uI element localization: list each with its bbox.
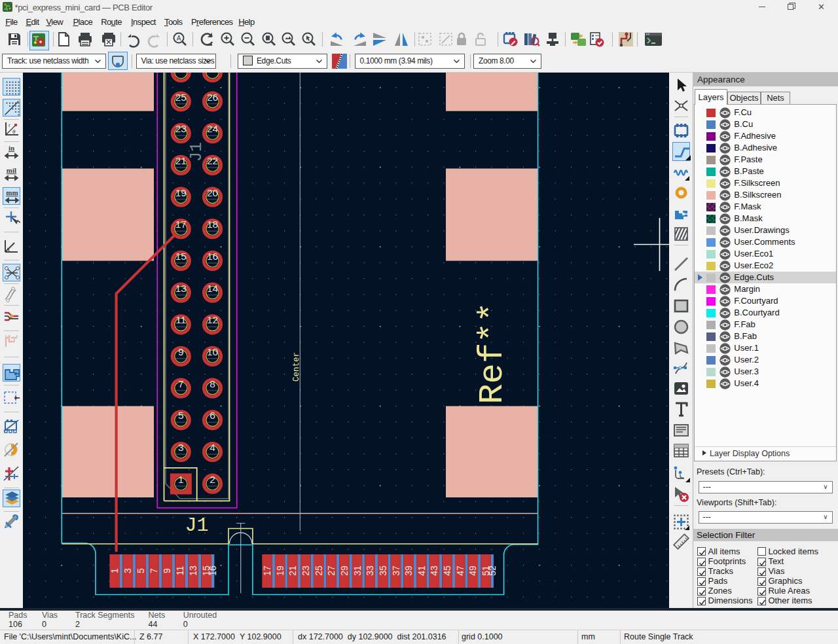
svg-text:12: 12 [207,314,218,325]
svg-text:5: 5 [136,568,146,573]
svg-text:16: 16 [208,565,218,576]
svg-text:47: 47 [455,565,465,576]
svg-text:7: 7 [149,568,159,573]
svg-text:45: 45 [442,565,452,576]
svg-text:14: 14 [207,283,219,294]
svg-text:35: 35 [378,565,388,576]
svg-text:25: 25 [314,565,324,576]
svg-text:43: 43 [429,565,439,576]
svg-text:mil: mil [7,166,16,174]
svg-text:13: 13 [175,283,187,294]
svg-text:10: 10 [207,346,219,357]
svg-text:A: A [177,35,181,42]
svg-text:17: 17 [175,219,187,230]
svg-text:22: 22 [207,155,218,166]
svg-text:27: 27 [326,565,337,576]
svg-text:15: 15 [175,251,187,262]
svg-text:4: 4 [210,442,215,453]
svg-text:J1: J1 [185,514,208,537]
svg-text:18: 18 [207,219,218,230]
svg-text:16: 16 [207,251,218,262]
svg-text:23: 23 [301,565,311,576]
svg-text:26: 26 [207,92,218,103]
svg-text:23: 23 [175,123,187,134]
svg-text:19: 19 [275,565,285,576]
svg-text:24: 24 [207,123,219,134]
svg-text:31: 31 [352,565,363,576]
svg-text:J1: J1 [187,142,206,162]
svg-text:Ref**: Ref** [473,302,512,404]
svg-text:Center: Center [292,352,301,382]
svg-text:41: 41 [416,565,427,576]
svg-text:20: 20 [207,187,219,198]
svg-text:3: 3 [178,442,184,453]
svg-text:mm: mm [6,188,18,196]
svg-text:9: 9 [178,346,184,357]
svg-text:1: 1 [178,474,184,485]
svg-text:11: 11 [175,314,186,325]
svg-text:6: 6 [210,410,215,421]
svg-text:52: 52 [487,565,498,576]
svg-text:21: 21 [287,565,298,576]
svg-text:1: 1 [109,568,120,573]
svg-text:5: 5 [178,410,184,421]
svg-text:9: 9 [162,568,172,573]
svg-text:25: 25 [175,92,187,103]
svg-text:37: 37 [391,565,401,576]
svg-text:17: 17 [262,565,272,576]
svg-text:in: in [9,144,14,152]
svg-text:49: 49 [467,565,478,576]
svg-text:8: 8 [210,378,215,389]
svg-text:29: 29 [339,565,350,576]
svg-text:39: 39 [403,565,414,576]
svg-text:21: 21 [175,155,187,166]
svg-text:11: 11 [175,566,185,576]
svg-text:r: r [9,122,10,128]
svg-text:19: 19 [175,187,187,198]
svg-text:7: 7 [178,378,184,389]
svg-text:3: 3 [122,568,133,573]
svg-text:33: 33 [365,565,375,576]
svg-text:13: 13 [188,565,198,576]
svg-text:θ: θ [12,128,16,135]
svg-text:2: 2 [210,474,215,485]
